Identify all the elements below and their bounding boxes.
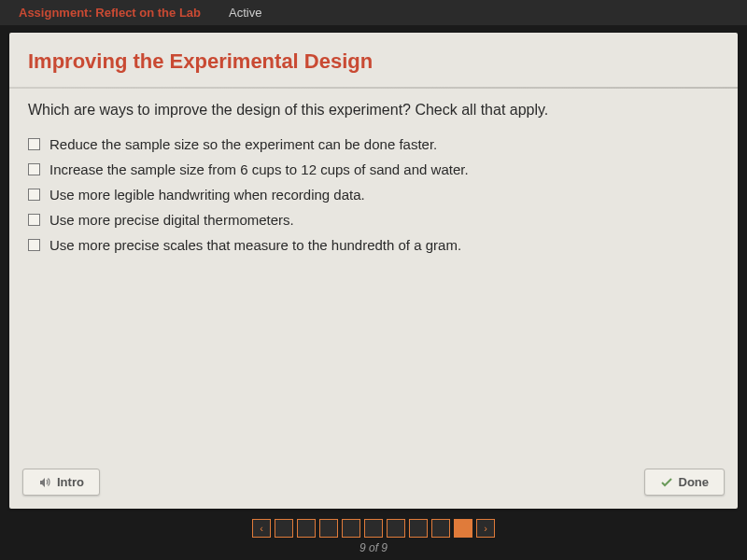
done-button-label: Done [679, 475, 710, 489]
next-page-button[interactable]: › [476, 519, 495, 538]
option-row[interactable]: Use more legible handwriting when record… [28, 182, 719, 207]
page-square-container [275, 519, 472, 538]
assignment-label: Assignment: Reflect on the Lab [19, 6, 201, 20]
prev-page-button[interactable]: ‹ [252, 519, 271, 538]
options-list: Reduce the sample size so the experiment… [9, 132, 738, 258]
status-label: Active [229, 6, 261, 20]
page-square[interactable] [342, 519, 360, 538]
footer-nav: ‹ › 9 of 9 [0, 519, 747, 554]
option-row[interactable]: Use more precise digital thermometers. [28, 207, 719, 232]
intro-button[interactable]: Intro [22, 469, 100, 496]
page-square[interactable] [409, 519, 428, 538]
page-square[interactable] [297, 519, 316, 538]
chevron-left-icon: ‹ [260, 523, 263, 534]
option-row[interactable]: Reduce the sample size so the experiment… [28, 132, 719, 157]
checkbox[interactable] [28, 189, 40, 201]
page-square[interactable] [364, 519, 383, 538]
bottom-buttons: Intro Done [22, 469, 725, 496]
checkbox[interactable] [28, 163, 40, 175]
option-label: Use more precise scales that measure to … [49, 237, 461, 253]
option-row[interactable]: Use more precise scales that measure to … [28, 232, 719, 258]
option-row[interactable]: Increase the sample size from 6 cups to … [28, 157, 719, 182]
page-square[interactable] [454, 519, 472, 538]
content-card: Improving the Experimental Design Which … [9, 33, 738, 509]
done-button[interactable]: Done [644, 469, 726, 496]
page-counter: 9 of 9 [0, 541, 747, 554]
check-icon [660, 476, 673, 489]
page-squares: ‹ › [252, 519, 495, 538]
option-label: Use more precise digital thermometers. [49, 212, 294, 228]
intro-button-label: Intro [57, 475, 84, 489]
page-square[interactable] [319, 519, 338, 538]
top-bar: Assignment: Reflect on the Lab Active [0, 0, 747, 25]
checkbox[interactable] [28, 214, 40, 226]
checkbox[interactable] [28, 138, 40, 150]
chevron-right-icon: › [484, 523, 487, 534]
checkbox[interactable] [28, 239, 40, 251]
page-square[interactable] [431, 519, 450, 538]
page-square[interactable] [275, 519, 293, 538]
page-square[interactable] [387, 519, 405, 538]
option-label: Reduce the sample size so the experiment… [49, 136, 437, 152]
speaker-icon [38, 476, 51, 489]
divider [9, 87, 738, 89]
option-label: Increase the sample size from 6 cups to … [49, 161, 469, 177]
question-text: Which are ways to improve the design of … [9, 102, 738, 132]
option-label: Use more legible handwriting when record… [49, 187, 365, 203]
card-title: Improving the Experimental Design [9, 33, 738, 87]
